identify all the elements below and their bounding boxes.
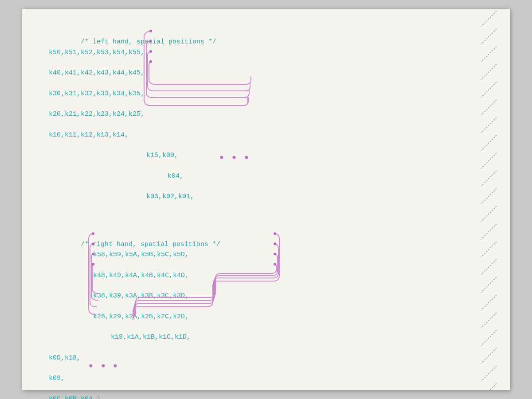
svg-line-12 — [481, 224, 497, 239]
left-hand-section: /* left hand, spatial positions */ k50,k… — [49, 27, 479, 223]
svg-line-16 — [481, 295, 497, 310]
rh-line-7: k09, — [49, 373, 479, 383]
svg-line-4 — [481, 82, 497, 98]
rh-line-2: k48,k49,k4A,k4B,k4C,k4D, — [49, 270, 479, 281]
right-hand-section: /* right hand, spatial positions */ k58,… — [49, 229, 479, 399]
svg-line-5 — [481, 100, 497, 115]
right-hand-code: /* right hand, spatial positions */ k58,… — [49, 229, 479, 399]
svg-line-3 — [481, 64, 497, 80]
svg-line-13 — [481, 242, 497, 257]
svg-line-18 — [481, 330, 497, 346]
rh-line-1: k58,k59,k5A,k5B,k5C,k5D, — [49, 250, 479, 260]
svg-line-2 — [481, 47, 497, 62]
lh-line-6: k15,k00, — [49, 150, 479, 160]
svg-line-0 — [481, 11, 497, 27]
left-hand-code: /* left hand, spatial positions */ k50,k… — [49, 27, 479, 223]
left-hand-comment: /* left hand, spatial positions */ — [81, 38, 216, 46]
svg-line-1 — [481, 29, 497, 44]
svg-line-21 — [481, 383, 497, 390]
lh-line-7: k04, — [49, 171, 479, 181]
svg-line-15 — [481, 277, 497, 293]
page: /* left hand, spatial positions */ k50,k… — [22, 9, 510, 390]
main-content: /* left hand, spatial positions */ k50,k… — [49, 18, 479, 381]
svg-line-14 — [481, 259, 497, 275]
rh-line-8: k0C,k0B,k0A ) — [49, 394, 479, 399]
svg-line-10 — [481, 188, 497, 204]
rh-line-6: k0D,k18, — [49, 353, 479, 363]
margin-dashes — [479, 9, 510, 390]
svg-line-17 — [481, 313, 497, 328]
lh-line-5: k10,k11,k12,k13,k14, — [49, 130, 479, 140]
svg-line-7 — [481, 135, 497, 151]
svg-line-19 — [481, 348, 497, 364]
lh-line-8: k03,k02,k01, — [49, 192, 479, 202]
lh-line-2: k40,k41,k42,k43,k44,k45, — [49, 68, 479, 78]
svg-line-8 — [481, 153, 497, 168]
svg-line-20 — [481, 366, 497, 381]
svg-line-9 — [481, 171, 497, 186]
lh-line-4: k20,k21,k22,k23,k24,k25, — [49, 109, 479, 119]
rh-line-3: k38,k39,k3A,k3B,k3C,k3D, — [49, 291, 479, 301]
right-hand-comment: /* right hand, spatial positions */ — [81, 241, 220, 248]
rh-line-4: k28,k29,k2A,k2B,k2C,k2D, — [49, 312, 479, 322]
svg-line-6 — [481, 117, 497, 133]
rh-line-5: k19,k1A,k1B,k1C,k1D, — [49, 332, 479, 342]
svg-line-11 — [481, 206, 497, 222]
lh-line-1: k50,k51,k52,k53,k54,k55, — [49, 47, 479, 58]
lh-line-3: k30,k31,k32,k33,k34,k35, — [49, 89, 479, 99]
